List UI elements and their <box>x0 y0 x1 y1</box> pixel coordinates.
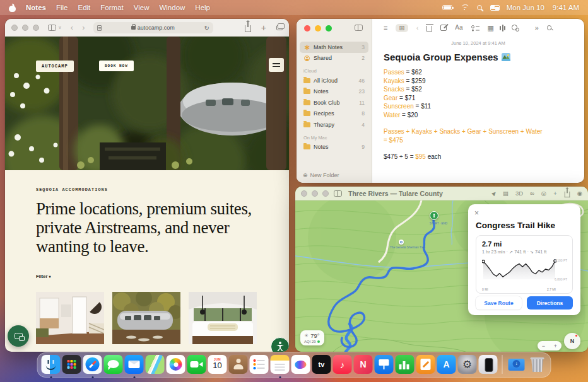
new-folder-button[interactable]: ⊕ New Folder <box>303 172 339 178</box>
dock-pages-icon[interactable] <box>416 355 435 374</box>
note-editor[interactable]: June 10, 2024 at 9:41 AM Sequoia Group E… <box>372 37 584 161</box>
search-icon[interactable] <box>547 25 552 30</box>
dock-reminders-icon[interactable] <box>250 355 269 374</box>
dock-appletv-icon[interactable] <box>312 355 331 374</box>
dock-freeform-icon[interactable] <box>291 355 310 374</box>
format-icon[interactable]: Aa <box>455 25 462 31</box>
spotlight-icon[interactable] <box>477 5 482 10</box>
maps-window[interactable]: Three Rivers — Tulare County ▶ ▤ 3D ∞ ◎ … <box>295 187 588 352</box>
zoom-in-button[interactable]: + <box>554 343 557 349</box>
zoom-button[interactable] <box>326 25 332 32</box>
menu-file[interactable]: File <box>56 4 68 11</box>
zoom-out-button[interactable]: − <box>542 343 545 349</box>
menu-app-name[interactable]: Notes <box>26 4 46 11</box>
dock-photos-icon[interactable] <box>167 355 185 374</box>
dock-contacts-icon[interactable] <box>229 355 248 374</box>
control-center-icon[interactable] <box>490 5 498 11</box>
dock-music-icon[interactable] <box>333 355 352 374</box>
dock-iphone-mirroring-icon[interactable] <box>479 355 498 374</box>
menu-help[interactable]: Help <box>195 4 210 11</box>
menu-view[interactable]: View <box>134 4 150 11</box>
directions-button[interactable]: Directions <box>527 296 573 310</box>
menubar-date[interactable]: Mon Jun 10 <box>507 4 544 11</box>
sidebar-toggle-icon[interactable] <box>334 190 342 197</box>
listing-photo-interior[interactable] <box>36 292 104 344</box>
sidebar-item-math-notes[interactable]: ∗ Math Notes 3 <box>300 42 368 53</box>
dock-maps-icon[interactable] <box>146 355 165 374</box>
sidebar-chevron-icon[interactable]: ∨ <box>58 25 62 30</box>
dock-notes-icon[interactable] <box>271 355 290 374</box>
sidebar-item-notes[interactable]: Notes 23 <box>300 86 368 98</box>
gallery-view-icon[interactable]: ⊞ <box>396 24 408 32</box>
weather-widget[interactable]: ☀79° AQI 29 <box>300 330 324 345</box>
accessibility-button[interactable] <box>271 337 289 352</box>
dock-finder-icon[interactable] <box>42 355 61 374</box>
battery-icon[interactable] <box>442 5 452 10</box>
reader-icon[interactable] <box>97 25 102 31</box>
close-card-icon[interactable]: × <box>474 209 573 217</box>
drop-pin-icon[interactable]: ◎ <box>541 190 546 197</box>
wifi-icon[interactable] <box>461 4 469 11</box>
listing-photo-bedroom[interactable] <box>189 292 257 344</box>
current-location-icon[interactable]: ▶ <box>490 190 497 197</box>
dock-appstore-icon[interactable] <box>437 355 456 374</box>
trailhead-marker[interactable] <box>430 211 438 220</box>
menu-edit[interactable]: Edit <box>78 4 90 11</box>
menu-window[interactable]: Window <box>159 4 185 11</box>
minimize-button[interactable] <box>315 25 321 32</box>
sidebar-item-local-notes[interactable]: Notes 9 <box>300 142 368 153</box>
zoom-button[interactable] <box>322 190 329 197</box>
sherman-tree-poi[interactable] <box>399 240 404 245</box>
dock-mail-icon[interactable] <box>125 355 144 374</box>
new-note-icon[interactable] <box>440 25 447 31</box>
address-bar[interactable]: autocamp.com ↻ <box>93 22 213 33</box>
map-zoom-control[interactable]: − + <box>538 341 562 350</box>
dock-numbers-icon[interactable] <box>396 355 415 374</box>
sidebar-item-recipes[interactable]: Recipes 8 <box>300 108 368 120</box>
dock-facetime-icon[interactable] <box>187 355 206 374</box>
dock-news-icon[interactable] <box>354 355 373 374</box>
sidebar-toggle-icon[interactable] <box>355 25 363 31</box>
save-route-button[interactable]: Save Route <box>476 296 522 310</box>
dock-safari-icon[interactable] <box>83 355 102 374</box>
dock-launchpad-icon[interactable] <box>62 355 81 374</box>
hamburger-menu-icon[interactable] <box>269 58 284 72</box>
dock-trash-icon[interactable] <box>528 355 547 374</box>
back-button[interactable]: ‹ <box>71 23 73 32</box>
notes-window[interactable]: ∗ Math Notes 3 Shared 2 iCloud All iClou… <box>297 19 584 183</box>
zoom-button[interactable] <box>33 25 39 31</box>
audio-transcription-icon[interactable] <box>502 25 503 32</box>
map-canvas[interactable]: START · END The General Sherman Tree × C… <box>295 200 588 352</box>
sidebar-item-shared[interactable]: Shared 2 <box>300 53 368 64</box>
listing-photo-exterior[interactable] <box>112 292 180 344</box>
sidebar-item-all-icloud[interactable]: All iCloud 46 <box>300 75 368 86</box>
sidebar-item-book-club[interactable]: Book Club 11 <box>300 97 368 108</box>
menu-format[interactable]: Format <box>100 4 123 11</box>
list-view-icon[interactable]: ≡ <box>384 25 387 32</box>
sidebar-toggle-icon[interactable] <box>48 25 56 31</box>
compass-control[interactable]: N <box>564 333 580 349</box>
filter-control[interactable]: Filter ▾ <box>36 274 258 279</box>
new-tab-icon[interactable]: + <box>261 23 266 32</box>
dock-calendar-icon[interactable]: JUN10 <box>208 355 227 374</box>
minimize-button[interactable] <box>22 25 28 31</box>
forward-button[interactable]: › <box>82 23 85 32</box>
3d-toggle[interactable]: 3D <box>515 190 523 197</box>
account-icon[interactable]: ◉ <box>577 190 582 197</box>
safari-window[interactable]: ∨ ‹ › autocamp.com ↻ + <box>5 19 289 352</box>
chat-widget-button[interactable] <box>8 325 29 347</box>
reload-icon[interactable]: ↻ <box>204 25 209 32</box>
delete-note-icon[interactable] <box>426 26 432 32</box>
map-mode-icon[interactable]: ▤ <box>503 190 509 197</box>
menubar-time[interactable]: 9:41 AM <box>553 4 579 11</box>
share-icon[interactable] <box>245 25 251 32</box>
close-button[interactable] <box>301 190 307 197</box>
look-around-icon[interactable]: ∞ <box>530 190 534 197</box>
dock-messages-icon[interactable] <box>104 355 123 374</box>
tab-overview-icon[interactable] <box>276 25 283 30</box>
table-icon[interactable]: ▦ <box>488 25 494 32</box>
dock-downloads-icon[interactable] <box>507 355 526 374</box>
share-icon[interactable] <box>564 192 570 197</box>
checklist-icon[interactable] <box>471 25 479 31</box>
minimize-button[interactable] <box>312 190 318 197</box>
